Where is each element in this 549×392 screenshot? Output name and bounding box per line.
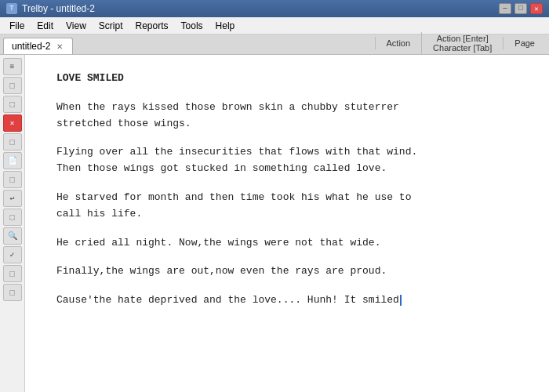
sidebar-btn-delete[interactable]: ✕ (3, 114, 22, 132)
poem-title: LOVE SMILED (56, 71, 518, 87)
poem-line: stretched those wings. (56, 116, 518, 132)
poem-line: When the rays kissed those brown skin a … (56, 100, 518, 116)
window-controls: ─ □ ✕ (499, 3, 543, 14)
stanza-1: Flying over all the insecurities that fl… (56, 144, 518, 177)
menu-help[interactable]: Help (209, 19, 242, 33)
poem-line: Cause'the hate deprived and the love....… (56, 292, 518, 309)
stanza-3: He cried all night. Now,the wings were n… (56, 235, 518, 252)
poem-line: Finally,the wings are out,now even the r… (56, 263, 518, 280)
column-headers: Action Action [Enter] Character [Tab] Pa… (375, 32, 546, 54)
sidebar-toolbar: ≡ ⬚ ⬚ ✕ ⬚ 📄 ⬚ ↩ ⬚ 🔍 ✓ ⬚ ⬚ (0, 55, 25, 392)
stanza-5: Cause'the hate deprived and the love....… (56, 292, 518, 309)
menu-file[interactable]: File (3, 19, 31, 33)
col-action-char: Action [Enter] Character [Tab] (421, 32, 503, 54)
menu-script[interactable]: Script (93, 19, 129, 33)
sidebar-btn-6[interactable]: ⬚ (3, 171, 22, 188)
sidebar-btn-4[interactable]: ⬚ (3, 133, 22, 151)
poem-line: call his life. (56, 206, 518, 223)
sidebar-btn-8[interactable]: ⬚ (3, 209, 22, 226)
tab-untitled2[interactable]: untitled-2 ✕ (3, 38, 73, 54)
stanza-0: When the rays kissed those brown skin a … (56, 100, 518, 132)
maximize-button[interactable]: □ (514, 3, 527, 14)
minimize-button[interactable]: ─ (499, 3, 511, 14)
sidebar-btn-search[interactable]: 🔍 (3, 227, 22, 245)
sidebar-btn-check[interactable]: ✓ (3, 246, 22, 263)
main-area: ≡ ⬚ ⬚ ✕ ⬚ 📄 ⬚ ↩ ⬚ 🔍 ✓ ⬚ ⬚ LOVE SMILED Wh… (0, 55, 549, 392)
menu-reports[interactable]: Reports (129, 19, 175, 33)
sidebar-btn-10[interactable]: ⬚ (3, 265, 22, 282)
menu-edit[interactable]: Edit (31, 19, 60, 33)
poem-line: He starved for month and then time took … (56, 190, 518, 206)
editor-area[interactable]: LOVE SMILED When the rays kissed those b… (25, 55, 549, 392)
menu-tools[interactable]: Tools (175, 19, 209, 33)
app-icon: T (6, 3, 17, 14)
poem-line: Then those wings got stucked in somethin… (56, 161, 518, 177)
sidebar-btn-0[interactable]: ≡ (3, 58, 22, 75)
title-bar-left: T Trelby - untitled-2 (6, 3, 95, 14)
window-title: Trelby - untitled-2 (22, 3, 95, 14)
sidebar-btn-11[interactable]: ⬚ (3, 284, 22, 301)
stanza-2: He starved for month and then time took … (56, 190, 518, 223)
sidebar-btn-7[interactable]: ↩ (3, 190, 22, 207)
close-button[interactable]: ✕ (530, 3, 543, 14)
tab-close-button[interactable]: ✕ (55, 42, 64, 51)
tab-label: untitled-2 (12, 41, 50, 52)
sidebar-btn-2[interactable]: ⬚ (3, 96, 22, 113)
menu-view[interactable]: View (60, 19, 93, 33)
sidebar-btn-doc[interactable]: 📄 (3, 152, 22, 169)
poem-line: He cried all night. Now,the wings were n… (56, 235, 518, 252)
col-action: Action (375, 37, 422, 49)
sidebar-btn-1[interactable]: ⬚ (3, 77, 22, 94)
poem-line: Flying over all the insecurities that fl… (56, 144, 518, 161)
title-bar: T Trelby - untitled-2 ─ □ ✕ (0, 0, 549, 17)
stanza-4: Finally,the wings are out,now even the r… (56, 263, 518, 280)
tab-bar: untitled-2 ✕ Action Action [Enter] Chara… (0, 34, 549, 55)
text-cursor (400, 295, 402, 306)
col-page: Page (503, 37, 546, 49)
